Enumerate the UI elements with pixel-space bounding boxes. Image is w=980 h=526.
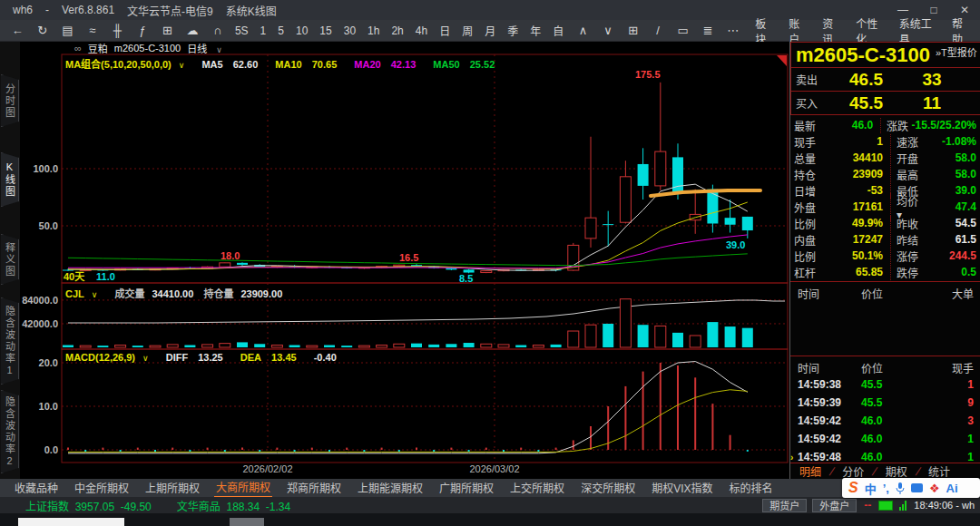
- tick-time: 14:59:39: [798, 396, 861, 409]
- quote-row-内盘: 内盘17247昨结61.5: [790, 231, 980, 248]
- period-button-月[interactable]: 月: [483, 23, 497, 38]
- quote-row-比例: 比例49.9%昨收54.5: [790, 215, 980, 231]
- period-button-30[interactable]: 30: [342, 24, 358, 37]
- draw-line-icon[interactable]: /: [651, 24, 666, 37]
- exchange-tab-标的排名[interactable]: 标的排名: [727, 479, 774, 497]
- quote-tab-统计[interactable]: 统计: [919, 463, 959, 479]
- quote-row-总量: 总量34410开盘58.0: [790, 150, 980, 166]
- expand-down-icon[interactable]: ∨: [601, 24, 616, 37]
- period-button-周[interactable]: 周: [460, 23, 475, 38]
- quote-value: 17247: [825, 233, 883, 246]
- exchange-tab-上期能源期权[interactable]: 上期能源期权: [356, 479, 425, 497]
- period-button-自[interactable]: 自: [551, 23, 565, 38]
- period-button-日[interactable]: 日: [437, 23, 452, 38]
- taskbar-item[interactable]: [230, 518, 264, 526]
- cloud-download-icon[interactable]: ☁: [185, 24, 201, 37]
- exchange-tab-期权VIX指数[interactable]: 期权VIX指数: [650, 479, 714, 497]
- taskbar-window-preview[interactable]: [18, 518, 124, 526]
- volume-settings-label[interactable]: CJL∨: [65, 288, 104, 299]
- sidebar-tab-分时图[interactable]: 分时图: [1, 74, 19, 127]
- quote-tab-期权[interactable]: 期权: [877, 463, 916, 479]
- sogou-logo-icon[interactable]: S: [848, 480, 858, 496]
- period-button-季[interactable]: 季: [505, 23, 520, 38]
- svg-text:16.5: 16.5: [399, 252, 418, 263]
- index-ticker-shanghai[interactable]: 上证指数 3957.05 -49.50: [25, 498, 152, 513]
- bid-row[interactable]: 买入 45.5 11: [790, 92, 980, 115]
- keyboard-icon[interactable]: [911, 483, 923, 492]
- tick-time: 14:59:42: [798, 414, 861, 427]
- period-button-1[interactable]: 1: [259, 24, 269, 37]
- exchange-tab-广期所期权[interactable]: 广期所期权: [437, 479, 495, 497]
- ai-assistant-icon[interactable]: Ai: [946, 482, 958, 495]
- index-ticker-wenhua[interactable]: 文华商品 188.34 -1.34: [177, 498, 290, 513]
- quote-value: 50.1%: [825, 249, 883, 262]
- svg-text:100.0: 100.0: [33, 163, 58, 174]
- product-name: 豆粕: [88, 41, 108, 55]
- line-chart-icon[interactable]: ≈: [85, 24, 101, 37]
- candle-chart-icon[interactable]: ╫: [110, 24, 125, 37]
- quote-label: 杠杆: [794, 265, 825, 280]
- period-button-5[interactable]: 5: [276, 24, 286, 37]
- sidebar-tab-隐含波动率1[interactable]: 隐含波动率1: [1, 297, 19, 385]
- tick-row: 14:59:4246.03: [790, 412, 980, 430]
- svg-text:40天: 40天: [64, 271, 85, 282]
- period-selector[interactable]: 日线 ∨: [187, 41, 229, 55]
- sidebar-tab-释义图[interactable]: 释义图: [1, 234, 19, 285]
- collapse-up-icon[interactable]: ∧: [575, 24, 591, 37]
- quote-tab-明细[interactable]: 明细: [790, 463, 830, 479]
- boxed-chart-icon[interactable]: ⊞: [160, 24, 175, 37]
- voice-input-icon[interactable]: [896, 482, 905, 494]
- big-order-table: 时间 价位 大单: [790, 282, 980, 356]
- period-button-10[interactable]: 10: [294, 24, 309, 37]
- t-quote-link[interactable]: »T型报价: [936, 44, 977, 59]
- back-icon[interactable]: ←: [10, 24, 25, 37]
- quote-value: 39.0: [925, 184, 976, 197]
- futures-account-button[interactable]: 期货户: [762, 499, 807, 512]
- exchange-tab-上期所期权[interactable]: 上期所期权: [143, 479, 201, 497]
- chinese-mode-icon[interactable]: 中: [865, 480, 877, 497]
- tick-price: 45.5: [861, 396, 926, 409]
- period-button-2h[interactable]: 2h: [389, 24, 405, 37]
- exchange-tab-收藏品种[interactable]: 收藏品种: [13, 479, 60, 497]
- exchange-tab-大商所期权[interactable]: 大商所期权: [214, 478, 272, 498]
- chart-area[interactable]: ∞ 豆粕 m2605-C-3100 日线 ∨ MA组合(5,10,20,50,0…: [20, 42, 789, 479]
- svg-text:0.0: 0.0: [44, 444, 58, 455]
- main-toolbar: ←↻▤≈╫ƒ⊞☁∩5S151015301h2h4h日周月季年自∧∨⊞/▭≣⋯板块…: [0, 20, 980, 42]
- punctuation-icon[interactable]: ’,: [883, 482, 889, 495]
- period-button-年[interactable]: 年: [528, 23, 543, 38]
- add-pane-icon[interactable]: ⊞: [625, 24, 641, 37]
- period-button-5S[interactable]: 5S: [233, 24, 250, 37]
- layout-icon[interactable]: ≣: [701, 24, 716, 37]
- quote-list-icon[interactable]: ▤: [60, 24, 75, 37]
- sidebar-tab-K线图[interactable]: K线图: [1, 152, 19, 207]
- left-sidebar: 分时图K线图释义图隐含波动率1隐含波动率2: [0, 42, 20, 479]
- exchange-tab-郑商所期权[interactable]: 郑商所期权: [285, 479, 343, 497]
- macd-settings-label[interactable]: MACD(12,26,9)∨: [65, 352, 156, 363]
- exchange-tab-中金所期权[interactable]: 中金所期权: [73, 479, 131, 497]
- kline-chart-canvas[interactable]: 2026/02/022026/03/02100.050.084000.04200…: [20, 42, 789, 479]
- tick-quantity: 3: [926, 414, 974, 427]
- period-button-15[interactable]: 15: [318, 24, 333, 37]
- svg-text:2026/03/02: 2026/03/02: [469, 463, 519, 474]
- period-button-1h[interactable]: 1h: [366, 24, 381, 37]
- ask-row[interactable]: 卖出 46.5 33: [790, 68, 980, 92]
- quote-label: 昨收: [890, 216, 925, 231]
- skin-icon[interactable]: ❖: [929, 482, 940, 495]
- quote-tab-分价[interactable]: 分价: [833, 463, 873, 479]
- overseas-account-button[interactable]: 外盘户: [812, 499, 857, 512]
- rect-tool-icon[interactable]: ▭: [675, 24, 691, 37]
- tick-quantity: 1: [926, 451, 974, 463]
- ime-toolbar[interactable]: S 中 ’, ❖ Ai: [842, 478, 980, 498]
- sidebar-tab-隐含波动率2[interactable]: 隐含波动率2: [1, 390, 19, 473]
- alert-bell-icon[interactable]: ∩: [210, 24, 225, 37]
- tick-chart-icon[interactable]: ƒ: [135, 24, 151, 37]
- quote-label: 总量: [794, 151, 825, 166]
- exchange-tab-深交所期权[interactable]: 深交所期权: [579, 479, 637, 497]
- refresh-icon[interactable]: ↻: [35, 24, 51, 37]
- more-icon[interactable]: ⋯: [726, 24, 741, 37]
- link-icon[interactable]: ∞: [74, 43, 82, 54]
- quote-label: 涨停: [890, 248, 925, 264]
- ma-settings-label[interactable]: MA组合(5,10,20,50,0,0)∨: [65, 59, 191, 70]
- period-button-4h[interactable]: 4h: [414, 24, 429, 37]
- exchange-tab-上交所期权[interactable]: 上交所期权: [508, 479, 566, 497]
